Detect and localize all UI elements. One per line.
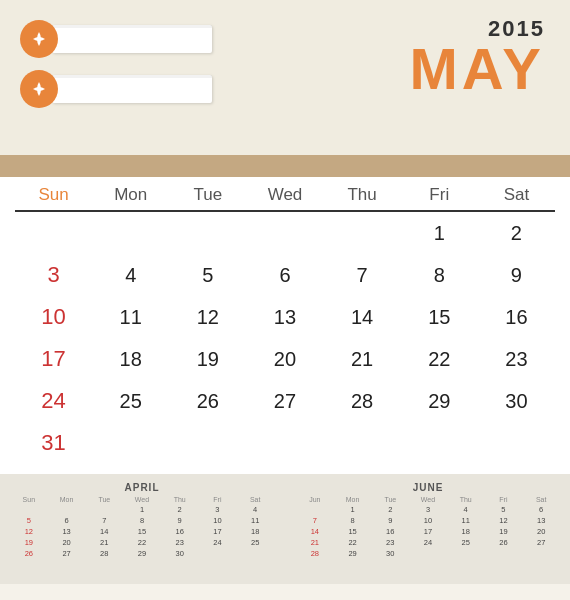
mini-cell: [296, 504, 334, 515]
note-circle-2: [20, 70, 58, 108]
cal-cell[interactable]: [401, 422, 478, 464]
mini-cell: 24: [199, 537, 237, 548]
cal-cell[interactable]: [324, 212, 401, 254]
june-dh-sat: Sat: [522, 496, 560, 503]
mini-cell: 12: [485, 515, 523, 526]
mini-cell: 18: [447, 526, 485, 537]
mini-cell: 14: [296, 526, 334, 537]
mini-cell: 24: [409, 537, 447, 548]
cal-cell[interactable]: [169, 212, 246, 254]
cal-cell[interactable]: 29: [401, 380, 478, 422]
april-dh-sun: Sun: [10, 496, 48, 503]
cal-cell[interactable]: 6: [246, 254, 323, 296]
mini-cell: [85, 504, 123, 515]
mini-cell: 2: [371, 504, 409, 515]
cal-cell[interactable]: 16: [478, 296, 555, 338]
cal-cell[interactable]: 18: [92, 338, 169, 380]
june-grid: 1234567891011121314151617181920212223242…: [296, 504, 560, 559]
mini-cell: 21: [85, 537, 123, 548]
mini-cal-april: APRIL Sun Mon Tue Wed Thu Fri Sat 123456…: [10, 482, 274, 576]
cal-cell[interactable]: 19: [169, 338, 246, 380]
calendar-header: 2015 MAY: [0, 0, 570, 155]
cal-cell[interactable]: [478, 422, 555, 464]
mini-cell: 3: [199, 504, 237, 515]
mini-cell: 22: [334, 537, 372, 548]
day-header-sun: Sun: [15, 185, 92, 205]
cal-cell[interactable]: 31: [15, 422, 92, 464]
cal-cell[interactable]: 5: [169, 254, 246, 296]
mini-cell: 3: [409, 504, 447, 515]
note-paper-1: [52, 25, 212, 53]
mini-cell: 23: [161, 537, 199, 548]
mini-cell: 16: [161, 526, 199, 537]
day-header-wed: Wed: [246, 185, 323, 205]
april-dh-wed: Wed: [123, 496, 161, 503]
mini-cell: [409, 548, 447, 559]
mini-cell: 9: [371, 515, 409, 526]
cal-cell[interactable]: 8: [401, 254, 478, 296]
cal-cell[interactable]: 9: [478, 254, 555, 296]
cal-cell[interactable]: 27: [246, 380, 323, 422]
mini-cal-june: JUNE Jun Mon Tue Wed Thu Fri Sat 1234567…: [296, 482, 560, 576]
cal-cell[interactable]: 10: [15, 296, 92, 338]
day-header-mon: Mon: [92, 185, 169, 205]
cal-cell[interactable]: 14: [324, 296, 401, 338]
mini-cell: 14: [85, 526, 123, 537]
cal-cell[interactable]: [92, 422, 169, 464]
cal-cell[interactable]: 4: [92, 254, 169, 296]
cal-cell[interactable]: 11: [92, 296, 169, 338]
mini-cell: [485, 548, 523, 559]
april-dh-thu: Thu: [161, 496, 199, 503]
mini-cell: 28: [296, 548, 334, 559]
cal-cell[interactable]: 24: [15, 380, 92, 422]
mini-cell: 19: [10, 537, 48, 548]
mini-cell: 16: [371, 526, 409, 537]
mini-cell: 5: [485, 504, 523, 515]
cal-cell[interactable]: [246, 422, 323, 464]
mini-cell: 4: [236, 504, 274, 515]
cal-cell[interactable]: 20: [246, 338, 323, 380]
june-day-headers: Jun Mon Tue Wed Thu Fri Sat: [296, 496, 560, 503]
cal-cell[interactable]: [15, 212, 92, 254]
mini-cell: 6: [522, 504, 560, 515]
mini-cell: 30: [161, 548, 199, 559]
cal-cell[interactable]: 7: [324, 254, 401, 296]
cal-cell[interactable]: [169, 422, 246, 464]
cal-cell[interactable]: 13: [246, 296, 323, 338]
mini-cell: 9: [161, 515, 199, 526]
mini-cell: 25: [447, 537, 485, 548]
mini-cell: 27: [48, 548, 86, 559]
cal-cell[interactable]: [246, 212, 323, 254]
mini-cell: 15: [334, 526, 372, 537]
mini-cell: 26: [485, 537, 523, 548]
mini-cell: 15: [123, 526, 161, 537]
cal-cell[interactable]: 25: [92, 380, 169, 422]
cal-cell[interactable]: 26: [169, 380, 246, 422]
cal-cell[interactable]: 12: [169, 296, 246, 338]
cal-cell[interactable]: 2: [478, 212, 555, 254]
april-day-headers: Sun Mon Tue Wed Thu Fri Sat: [10, 496, 274, 503]
cal-cell[interactable]: [324, 422, 401, 464]
cal-cell[interactable]: 17: [15, 338, 92, 380]
cal-cell[interactable]: 3: [15, 254, 92, 296]
april-dh-mon: Mon: [48, 496, 86, 503]
mini-cell: [447, 548, 485, 559]
cal-cell[interactable]: 23: [478, 338, 555, 380]
cal-cell[interactable]: 28: [324, 380, 401, 422]
cal-cell[interactable]: 22: [401, 338, 478, 380]
april-dh-tue: Tue: [85, 496, 123, 503]
cal-cell[interactable]: 1: [401, 212, 478, 254]
april-dh-sat: Sat: [236, 496, 274, 503]
june-dh-thu: Thu: [447, 496, 485, 503]
mini-cell: 11: [236, 515, 274, 526]
cal-cell[interactable]: 30: [478, 380, 555, 422]
april-grid: 1234567891011121314151617181920212223242…: [10, 504, 274, 559]
divider-bar: [0, 155, 570, 177]
cal-cell[interactable]: [92, 212, 169, 254]
mini-cell: 29: [334, 548, 372, 559]
mini-cell: 23: [371, 537, 409, 548]
note-paper-2: [52, 75, 212, 103]
mini-calendars: APRIL Sun Mon Tue Wed Thu Fri Sat 123456…: [0, 474, 570, 584]
cal-cell[interactable]: 21: [324, 338, 401, 380]
cal-cell[interactable]: 15: [401, 296, 478, 338]
